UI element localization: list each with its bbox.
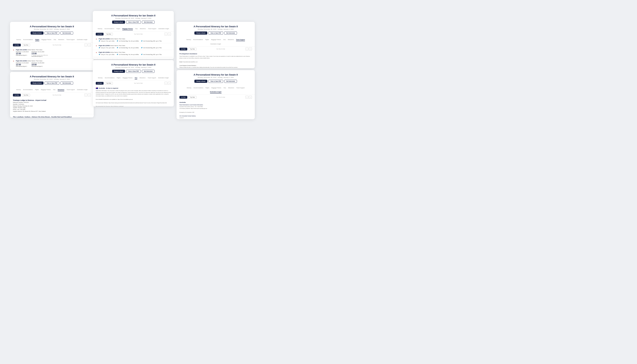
view-save-pdf-btn-6[interactable]: View or Save PDF: [208, 80, 223, 83]
tab-attractions-5[interactable]: Attractions: [228, 39, 234, 41]
next-arrow[interactable]: ›: [88, 44, 91, 46]
tab-flights-4[interactable]: Flights: [117, 77, 120, 79]
tab-accommodations-4[interactable]: Accommodations: [105, 77, 115, 79]
not-interested-btn-5[interactable]: Not Interested: [224, 32, 237, 34]
tab-support-6[interactable]: Travel Support: [236, 87, 244, 89]
tab-itinerary-4[interactable]: Itinerary: [98, 77, 102, 79]
view-save-pdf-btn-2[interactable]: View or Save PDF: [44, 82, 59, 85]
next-arrow-5[interactable]: ›: [249, 48, 252, 50]
view-save-pdf-btn-3[interactable]: View or Save PDF: [126, 20, 141, 24]
trip-filter-btn-5[interactable]: Trip Filter: [188, 48, 196, 50]
tab-visa-4[interactable]: Visa: [135, 77, 137, 79]
visa-country-australia: 🇦🇺 Australia: A visa is required: [96, 87, 171, 89]
tab-baggage-5[interactable]: Baggage Policies: [211, 39, 221, 41]
tab-attractions-4[interactable]: Attractions: [140, 77, 146, 79]
tab-support-2[interactable]: Travel Support: [66, 89, 75, 91]
tab-accommodations-5[interactable]: Accommodations: [193, 39, 203, 41]
tab-itinerary-3[interactable]: Itinerary: [98, 28, 102, 30]
tab-flights-5[interactable]: Flights: [205, 39, 209, 41]
ready-to-book-btn-6[interactable]: Ready to Book: [194, 80, 207, 83]
view-save-pdf-btn-5[interactable]: View or Save PDF: [208, 32, 223, 34]
tab-destination-5[interactable]: Destination Insight: [210, 43, 221, 45]
next-arrow-2[interactable]: ›: [88, 94, 91, 96]
prev-arrow-2[interactable]: ‹: [84, 94, 87, 96]
tab-support-5[interactable]: Travel Support: [236, 39, 245, 41]
tab-baggage-4[interactable]: Baggage Policies: [123, 77, 132, 79]
tab-baggage-3[interactable]: Baggage Policies: [122, 28, 133, 30]
ready-to-book-btn-3[interactable]: Ready to Book: [112, 20, 125, 24]
prev-arrow-3[interactable]: ‹: [164, 32, 168, 36]
tab-visa-6[interactable]: Visa: [224, 87, 226, 89]
tab-attractions-6[interactable]: Attractions: [228, 87, 234, 89]
first-filter-btn[interactable]: 1st Filter: [13, 44, 21, 46]
tab-visa-5[interactable]: Visa: [223, 39, 226, 41]
view-save-pdf-btn-4[interactable]: View or Save PDF: [126, 70, 141, 73]
prev-arrow-6[interactable]: ‹: [246, 96, 248, 99]
tab-accommodations-6[interactable]: Accommodations: [194, 87, 203, 89]
next-arrow-3[interactable]: ›: [168, 32, 171, 36]
tab-destination-4[interactable]: Destination Insight: [158, 77, 169, 79]
not-interested-btn-2[interactable]: Not Interested: [60, 82, 73, 85]
tab-visa[interactable]: Visa: [54, 39, 56, 41]
not-interested-btn-4[interactable]: Not Interested: [142, 70, 154, 73]
tab-destination-6[interactable]: Destination Insight: [210, 91, 222, 93]
trip-filter-btn-3[interactable]: Trip Filter: [105, 33, 113, 36]
prev-arrow-4[interactable]: ‹: [164, 82, 168, 85]
next-arrow-6[interactable]: ›: [249, 96, 252, 99]
tab-accommodations-3[interactable]: Accommodations: [104, 28, 114, 30]
prev-arrow[interactable]: ‹: [84, 44, 87, 46]
tab-accommodations[interactable]: Accommodations: [23, 39, 33, 41]
tab-destination-3[interactable]: Destination Insight: [158, 28, 169, 30]
first-filter-btn-2[interactable]: 1st Filter: [13, 94, 21, 96]
tab-flights-2[interactable]: Flights: [35, 89, 39, 91]
first-filter-btn-5[interactable]: 1st Filter: [180, 48, 187, 50]
not-interested-btn-3[interactable]: Not Interested: [142, 20, 154, 24]
ready-to-book-btn-5[interactable]: Ready to Book: [194, 32, 207, 34]
tab-itinerary-2[interactable]: Itinerary: [16, 89, 21, 91]
tab-flights-3[interactable]: Flights: [116, 28, 120, 30]
trip-filter-btn-4[interactable]: Trip Filter: [105, 82, 113, 85]
next-arrow-4[interactable]: ›: [168, 82, 171, 85]
first-filter-btn-6[interactable]: 1st Filter: [180, 96, 187, 99]
tab-baggage[interactable]: Baggage Policies: [42, 39, 51, 41]
filter-row-6: 1st Filter Trip Filter Your Tip (0 of 4p…: [176, 95, 255, 100]
tab-attractions-2[interactable]: Attractions: [58, 89, 64, 91]
nav-arrows-3: ‹ ›: [164, 32, 171, 36]
footer-note-3: Some information is provided by a 3rd pa…: [93, 58, 174, 59]
ready-to-book-btn-2[interactable]: Ready to Book: [30, 82, 44, 85]
tab-visa-3[interactable]: Visa: [135, 28, 138, 30]
accom-title-2: The Langham, Sydney - Deluxe City King R…: [13, 116, 91, 118]
tab-itinerary-6[interactable]: Itinerary: [187, 87, 191, 89]
tab-baggage-6[interactable]: Baggage Policies: [212, 87, 221, 89]
ready-to-book-btn[interactable]: Ready to Book: [30, 32, 44, 34]
tab-baggage-2[interactable]: Baggage Policies: [41, 89, 51, 91]
tab-destination[interactable]: Destination Insight: [77, 39, 87, 41]
card-flights: A Personalized Itinerary for Ian Swain I…: [10, 22, 94, 70]
tab-itinerary[interactable]: Itinerary: [16, 39, 21, 41]
tab-flights-6[interactable]: Flights: [206, 87, 209, 89]
tab-support-4[interactable]: Travel Support: [148, 77, 156, 79]
prev-arrow-5[interactable]: ‹: [246, 48, 248, 50]
tab-flights[interactable]: Flights: [35, 39, 39, 41]
tab-support-3[interactable]: Travel Support: [148, 28, 156, 30]
first-filter-btn-3[interactable]: 1st Filter: [96, 33, 104, 36]
tab-support[interactable]: Travel Support: [66, 39, 75, 41]
pre-departure-text: Swan Destinations is available to you 24…: [180, 55, 252, 68]
not-interested-btn[interactable]: Not Interested: [60, 32, 73, 34]
view-save-pdf-btn[interactable]: View or Save PDF: [44, 32, 59, 34]
tab-visa-2[interactable]: Visa: [53, 89, 56, 91]
tab-attractions[interactable]: Attractions: [58, 39, 64, 41]
trip-filter-btn-2[interactable]: Trip Filter: [22, 94, 30, 96]
tab-destination-2[interactable]: Destination Insight: [77, 89, 88, 91]
card-baggage: A Personalized Itinerary for Ian Swain I…: [93, 11, 174, 59]
flight-details-1: Flight AB 12345A Airline Name: First Cla…: [16, 49, 91, 57]
not-interested-btn-6[interactable]: Not Interested: [224, 80, 237, 83]
ready-to-book-btn-4[interactable]: Ready to Book: [112, 70, 125, 73]
trip-filter-btn[interactable]: Trip Filter: [22, 44, 30, 46]
tab-itinerary-5[interactable]: Itinerary: [186, 39, 191, 41]
tab-accommodations-2[interactable]: Accommodations: [23, 89, 33, 91]
first-filter-btn-4[interactable]: 1st Filter: [96, 82, 104, 85]
card-subtitle-5: Monday, December 30, 2019 - Sunday, Janu…: [180, 28, 251, 30]
tab-attractions-3[interactable]: Attractions: [140, 28, 146, 30]
trip-filter-btn-6[interactable]: Trip Filter: [188, 96, 196, 99]
